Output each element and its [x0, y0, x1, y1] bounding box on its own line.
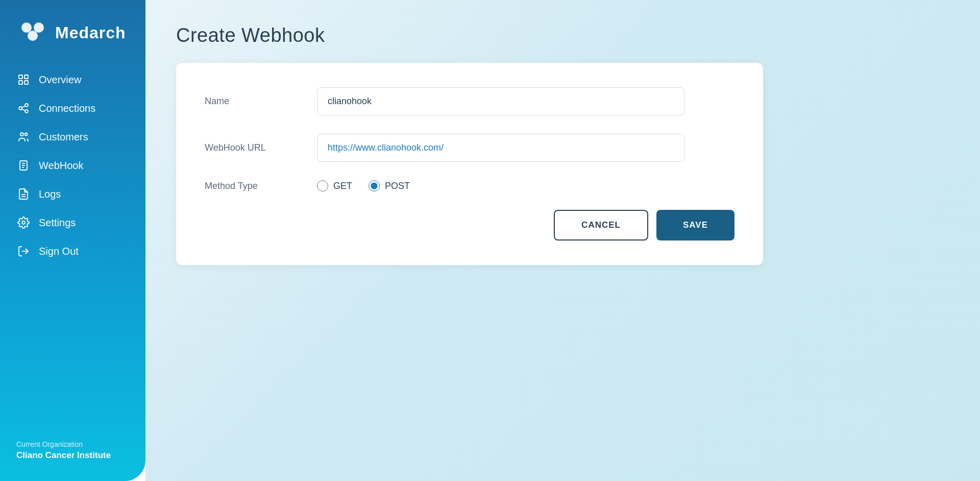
- app-name: Medarch: [55, 23, 126, 42]
- radio-post-option[interactable]: POST: [369, 180, 410, 191]
- method-radio-group: GET POST: [317, 180, 410, 191]
- url-input[interactable]: [317, 134, 684, 162]
- save-button[interactable]: SAVE: [656, 210, 734, 240]
- svg-rect-5: [19, 81, 22, 84]
- sidebar-item-label-customers: Customers: [39, 131, 88, 143]
- svg-line-11: [22, 109, 25, 111]
- signout-icon: [16, 244, 31, 258]
- sidebar-item-logs[interactable]: Logs: [0, 180, 145, 208]
- svg-point-12: [20, 133, 23, 136]
- logs-icon: [16, 187, 31, 201]
- svg-point-8: [19, 107, 22, 110]
- svg-point-20: [22, 221, 25, 224]
- svg-point-0: [21, 22, 32, 33]
- nav-menu: Overview Connections Customers WebHook: [0, 61, 145, 428]
- customers-icon: [16, 130, 31, 144]
- page-title: Create Webhook: [176, 25, 949, 46]
- method-label: Method Type: [205, 181, 317, 191]
- radio-post[interactable]: [369, 180, 380, 191]
- svg-rect-4: [24, 75, 28, 79]
- form-actions: CANCEL SAVE: [205, 210, 734, 240]
- svg-rect-3: [19, 75, 22, 79]
- name-input[interactable]: [317, 87, 684, 115]
- name-row: Name: [205, 87, 734, 115]
- webhook-icon: [16, 158, 31, 173]
- sidebar-item-label-overview: Overview: [39, 74, 81, 86]
- svg-point-7: [25, 104, 28, 107]
- grid-icon: [16, 73, 31, 87]
- svg-point-1: [34, 22, 44, 33]
- connections-icon: [16, 101, 31, 115]
- radio-get-option[interactable]: GET: [317, 180, 352, 191]
- radio-post-label: POST: [385, 181, 410, 191]
- sidebar-item-signout[interactable]: Sign Out: [0, 237, 145, 266]
- sidebar-item-label-webhook: WebHook: [39, 160, 83, 172]
- create-webhook-form: Name WebHook URL Method Type GET POST: [176, 63, 763, 265]
- cancel-button[interactable]: CANCEL: [554, 210, 648, 240]
- svg-point-2: [28, 31, 38, 41]
- sidebar-item-customers[interactable]: Customers: [0, 123, 145, 151]
- main-content: Create Webhook Name WebHook URL Method T…: [145, 0, 980, 481]
- name-label: Name: [205, 96, 317, 107]
- svg-point-13: [25, 133, 28, 136]
- org-name: Cliano Cancer Institute: [16, 450, 129, 461]
- sidebar-item-settings[interactable]: Settings: [0, 208, 145, 237]
- radio-get-label: GET: [333, 181, 352, 191]
- svg-rect-6: [24, 81, 28, 84]
- sidebar-item-label-settings: Settings: [39, 217, 76, 229]
- svg-point-9: [25, 110, 28, 113]
- svg-line-10: [22, 106, 25, 108]
- sidebar-item-webhook[interactable]: WebHook: [0, 151, 145, 180]
- sidebar-item-overview[interactable]: Overview: [0, 65, 145, 94]
- sidebar: Medarch Overview Connections Customers: [0, 0, 145, 481]
- sidebar-item-label-signout: Sign Out: [39, 246, 79, 257]
- sidebar-item-connections[interactable]: Connections: [0, 94, 145, 123]
- logo-area: Medarch: [0, 0, 145, 61]
- radio-get[interactable]: [317, 180, 328, 191]
- url-label: WebHook URL: [205, 142, 317, 153]
- sidebar-footer: Current Organization Cliano Cancer Insti…: [0, 428, 145, 481]
- sidebar-item-label-connections: Connections: [39, 103, 95, 114]
- medarch-logo-icon: [16, 16, 49, 49]
- sidebar-item-label-logs: Logs: [39, 188, 61, 200]
- method-row: Method Type GET POST: [205, 180, 734, 191]
- settings-icon: [16, 215, 31, 230]
- url-row: WebHook URL: [205, 134, 734, 162]
- org-label: Current Organization: [16, 440, 129, 448]
